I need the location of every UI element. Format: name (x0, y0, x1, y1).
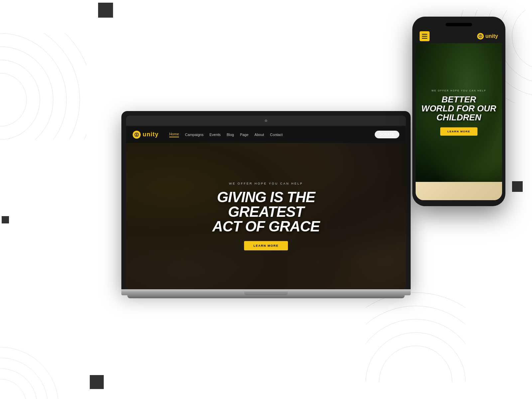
phone-logo: unity (477, 33, 498, 40)
phone-hero: WE OFFER HOPE YOU CAN HELP BETTER WORLD … (416, 43, 502, 182)
laptop-screen: unity Home Campaigns Events Blog Page Ab… (126, 126, 406, 289)
hamburger-line-3 (422, 38, 427, 39)
phone-logo-icon (477, 33, 484, 40)
phone-outer-frame: unity WE OFFER HOPE YOU CAN HELP BETTER … (412, 17, 505, 206)
phone-hero-title: BETTER WORLD FOR OUR CHILDREN (421, 95, 496, 122)
phone-mockup: unity WE OFFER HOPE YOU CAN HELP BETTER … (412, 17, 505, 206)
laptop-mockup: unity Home Campaigns Events Blog Page Ab… (121, 111, 411, 298)
desktop-logo: unity (133, 131, 159, 139)
nav-contact[interactable]: Contact (267, 131, 285, 138)
nav-page[interactable]: Page (237, 131, 251, 138)
nav-events[interactable]: Events (207, 131, 223, 138)
desktop-logo-icon (133, 131, 141, 139)
laptop-base (121, 289, 411, 295)
desktop-logo-text: unity (143, 131, 159, 138)
phone-cta-button[interactable]: LEARN MORE (440, 127, 478, 136)
main-content: unity Home Campaigns Events Blog Page Ab… (0, 0, 532, 399)
laptop-camera (265, 119, 267, 122)
nav-home[interactable]: Home (167, 131, 182, 139)
phone-notch (446, 23, 472, 26)
hamburger-line-2 (422, 36, 427, 37)
phone-bottom-image (416, 182, 502, 200)
hero-title: GIVING IS THE GREATEST ACT OF GRACE (212, 190, 320, 234)
phone-screen: unity WE OFFER HOPE YOU CAN HELP BETTER … (416, 29, 502, 200)
laptop-camera-bar (126, 116, 406, 126)
laptop-outer-frame: unity Home Campaigns Events Blog Page Ab… (121, 111, 411, 289)
hero-cta-button[interactable]: LEARN MORE (244, 241, 288, 250)
laptop-stand (244, 292, 288, 295)
phone-notch-bar (416, 21, 502, 28)
desktop-nav-links: Home Campaigns Events Blog Page About Co… (167, 131, 372, 139)
nav-blog[interactable]: Blog (224, 131, 237, 138)
phone-nav: unity (416, 29, 502, 43)
phone-hero-tagline: WE OFFER HOPE YOU CAN HELP (432, 89, 486, 92)
nav-about[interactable]: About (252, 131, 267, 138)
desktop-hero: WE OFFER HOPE YOU CAN HELP GIVING IS THE… (126, 143, 406, 289)
phone-hero-content: WE OFFER HOPE YOU CAN HELP BETTER WORLD … (416, 43, 502, 182)
desktop-website: unity Home Campaigns Events Blog Page Ab… (126, 126, 406, 289)
phone-logo-text: unity (485, 33, 498, 39)
phone-bottom-strip (416, 182, 502, 200)
hero-tagline: WE OFFER HOPE YOU CAN HELP (229, 182, 303, 185)
hamburger-menu[interactable] (420, 31, 430, 41)
hamburger-line-1 (422, 34, 427, 35)
laptop-foot (127, 295, 405, 298)
desktop-nav: unity Home Campaigns Events Blog Page Ab… (126, 126, 406, 143)
donate-button[interactable]: DONATE (375, 131, 399, 138)
hero-content: WE OFFER HOPE YOU CAN HELP GIVING IS THE… (126, 143, 406, 289)
nav-campaigns[interactable]: Campaigns (182, 131, 206, 138)
